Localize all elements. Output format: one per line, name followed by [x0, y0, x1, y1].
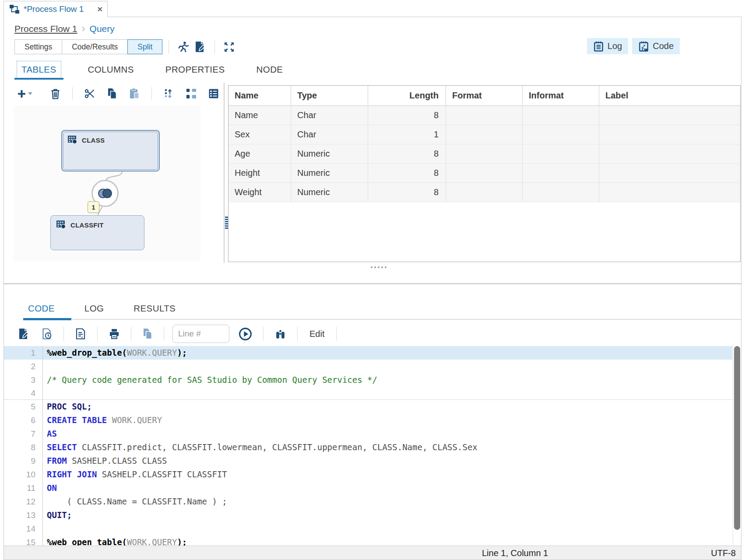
diagram-pane: CLASS 1 CLASSFIT [4, 83, 224, 263]
code-line[interactable]: 1%web_drop_table(WORK.QUERY); [4, 346, 732, 360]
table-row[interactable]: AgeNumeric8 [228, 144, 740, 164]
code-line[interactable]: 13QUIT; [4, 508, 732, 522]
process-flow-canvas[interactable]: CLASS 1 CLASSFIT [14, 105, 200, 261]
horizontal-splitter[interactable] [4, 283, 741, 284]
tab-node[interactable]: NODE [250, 60, 290, 79]
table-cell [446, 106, 523, 125]
view-mode-split[interactable]: Split [127, 39, 162, 54]
code-lines: 1%web_drop_table(WORK.QUERY);23/* Query … [4, 346, 732, 546]
code-line[interactable]: 12 ( CLASS.Name = CLASSFIT.Name ) ; [4, 495, 732, 508]
table-row[interactable]: HeightNumeric8 [228, 164, 740, 183]
vertical-splitter[interactable] [224, 83, 225, 263]
table-cell: Name [228, 106, 291, 125]
toolbar-separator [151, 87, 152, 100]
table-cell: Numeric [291, 183, 368, 202]
table-row[interactable]: SexChar1 [228, 125, 740, 144]
tab-results[interactable]: RESULTS [134, 301, 176, 316]
table-row[interactable]: WeightNumeric8 [228, 183, 740, 202]
code-button-label: Code [653, 41, 674, 51]
preview-code-icon [194, 41, 206, 52]
column-header-format[interactable]: Format [446, 86, 523, 105]
line-number: 12 [4, 495, 42, 508]
tab-code[interactable]: CODE [28, 301, 55, 316]
goto-line-input[interactable] [172, 325, 229, 343]
delete-button[interactable] [48, 88, 63, 100]
node-classfit[interactable]: CLASSFIT [50, 215, 144, 250]
column-header-name[interactable]: Name [228, 86, 291, 105]
code-line[interactable]: 3/* Query code generated for SAS Studio … [4, 373, 732, 387]
arrange-button[interactable] [183, 88, 199, 100]
code-history-button[interactable] [39, 327, 55, 340]
run-icon [178, 41, 189, 52]
process-flow-icon [9, 4, 20, 14]
code-line[interactable]: 7AS [4, 427, 732, 441]
table-cell: 8 [368, 164, 446, 182]
code-line[interactable]: 15%web_open_table(WORK.QUERY); [4, 536, 732, 546]
paste-button[interactable] [127, 87, 142, 100]
code-line[interactable]: 2 [4, 360, 732, 373]
preview-code-button[interactable] [192, 40, 208, 53]
table-cell: 8 [368, 183, 446, 202]
maximize-button[interactable] [221, 41, 237, 53]
log-button[interactable]: Log [587, 38, 628, 54]
find-button[interactable] [272, 327, 289, 341]
editor-scrollbar[interactable] [733, 344, 741, 546]
code-text [42, 522, 732, 536]
log-button-label: Log [608, 41, 622, 51]
table-row[interactable]: NameChar8 [228, 106, 740, 125]
column-header-informat[interactable]: Informat [523, 86, 599, 105]
table-cell: 8 [368, 106, 446, 125]
format-code-button[interactable] [72, 327, 89, 340]
print-button[interactable] [106, 327, 123, 340]
breadcrumb-process-flow-link[interactable]: Process Flow 1 [14, 24, 77, 34]
code-line[interactable]: 14 [4, 522, 732, 536]
table-cell [523, 183, 599, 202]
reorder-button[interactable] [161, 88, 177, 100]
tab-tables[interactable]: TABLES [14, 60, 63, 79]
code-line[interactable]: 4 [4, 387, 732, 400]
code-line[interactable]: 10RIGHT JOIN SASHELP.CLASSFIT CLASSFIT [4, 468, 732, 481]
top-panes: CLASS 1 CLASSFIT NameTypeLengthFormatIn [4, 83, 741, 263]
add-table-button[interactable] [14, 88, 35, 99]
column-header-label[interactable]: Label [599, 86, 740, 105]
view-mode-code-results[interactable]: Code/Results [62, 39, 127, 54]
breadcrumb: Process Flow 1 › Query [14, 22, 115, 35]
code-line[interactable]: 6CREATE TABLE WORK.QUERY [4, 413, 732, 427]
view-mode-group: SettingsCode/ResultsSplit [14, 39, 162, 54]
code-line[interactable]: 11ON [4, 481, 732, 495]
code-line[interactable]: 8SELECT CLASSFIT.predict, CLASSFIT.lower… [4, 441, 732, 454]
details-button[interactable] [206, 88, 221, 100]
document-tab-process-flow[interactable]: *Process Flow 1 ✕ [4, 1, 108, 17]
code-text: /* Query code generated for SAS Studio b… [42, 373, 732, 387]
column-header-length[interactable]: Length [368, 86, 446, 105]
horizontal-splitter-grip[interactable] [371, 266, 387, 268]
tab-columns[interactable]: COLUMNS [81, 60, 141, 79]
close-icon[interactable]: ✕ [97, 5, 103, 14]
code-button[interactable]: Code [632, 38, 680, 54]
view-mode-settings[interactable]: Settings [14, 39, 62, 54]
column-header-type[interactable]: Type [291, 86, 368, 105]
tab-baseline [72, 319, 741, 320]
edit-button[interactable]: Edit [306, 329, 328, 339]
table-cell [599, 106, 740, 125]
cut-button[interactable] [82, 88, 98, 100]
run-button[interactable] [175, 40, 192, 53]
tab-properties[interactable]: PROPERTIES [158, 60, 232, 79]
table-cell: Weight [228, 183, 291, 202]
copy-code-button[interactable] [140, 327, 155, 340]
edit-code-button[interactable] [15, 327, 32, 340]
tab-log[interactable]: LOG [84, 301, 104, 316]
format-code-icon [75, 328, 86, 340]
node-class[interactable]: CLASS [61, 130, 160, 172]
code-line[interactable]: 9FROM SASHELP.CLASS CLASS [4, 454, 732, 468]
vertical-splitter-grip[interactable] [225, 217, 228, 230]
code-line[interactable]: 5PROC SQL; [4, 400, 732, 413]
document-tab-bar: *Process Flow 1 ✕ [0, 0, 745, 17]
scrollbar-thumb[interactable] [734, 346, 740, 530]
run-code-button[interactable] [236, 326, 255, 342]
code-editor[interactable]: 1%web_drop_table(WORK.QUERY);23/* Query … [4, 344, 741, 546]
arrange-icon [186, 88, 197, 99]
delete-icon [50, 88, 60, 99]
copy-button[interactable] [104, 87, 120, 100]
copy-icon [142, 328, 153, 340]
